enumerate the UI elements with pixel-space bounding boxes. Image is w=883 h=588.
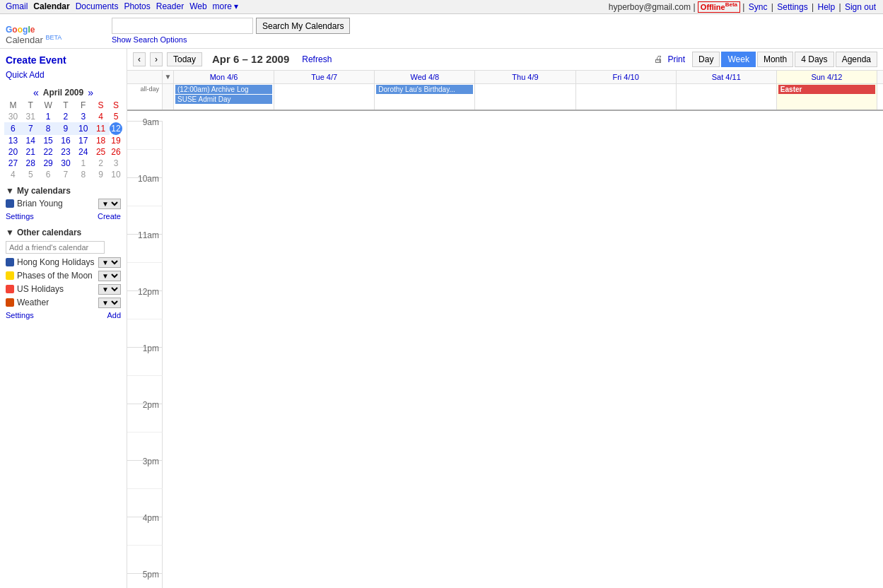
nav-reader[interactable]: Reader xyxy=(156,1,184,11)
mini-cal-day[interactable]: 10 xyxy=(74,122,92,135)
mini-cal-day[interactable]: 20 xyxy=(4,146,22,158)
mini-cal-day[interactable]: 9 xyxy=(57,122,74,135)
mini-cal-day[interactable]: 24 xyxy=(74,146,92,158)
print-label[interactable]: Print xyxy=(667,54,685,64)
view-agenda-button[interactable]: Agenda xyxy=(836,52,877,67)
day-header-sat[interactable]: Sat 4/11 xyxy=(677,71,777,83)
quick-add-button[interactable]: Quick Add xyxy=(0,69,127,81)
search-input[interactable] xyxy=(112,18,253,34)
day-header-thu[interactable]: Thu 4/9 xyxy=(475,71,575,83)
mini-cal-day[interactable]: 22 xyxy=(40,146,57,158)
mini-cal-day[interactable]: 6 xyxy=(40,169,57,180)
toggle-arrow[interactable]: ▼ xyxy=(165,73,172,81)
calendar-dropdown[interactable]: ▼ xyxy=(98,271,121,281)
mini-cal-day[interactable]: 1 xyxy=(40,111,57,122)
nav-calendar[interactable]: Calendar xyxy=(33,1,69,11)
allday-cell-sat[interactable] xyxy=(677,84,777,110)
mini-cal-day[interactable]: 5 xyxy=(22,169,40,180)
mini-cal-day[interactable]: 27 xyxy=(4,158,22,169)
mini-cal-day[interactable]: 21 xyxy=(22,146,40,158)
day-header-mon[interactable]: Mon 4/6 xyxy=(174,71,274,83)
settings-link-other-cal[interactable]: Settings xyxy=(6,311,34,319)
mini-cal-day[interactable]: 3 xyxy=(74,111,92,122)
allday-cell-sun[interactable]: Easter xyxy=(777,84,877,110)
print-icon[interactable]: 🖨 xyxy=(654,54,663,64)
mini-cal-day[interactable]: 18 xyxy=(92,135,110,146)
mini-cal-day[interactable]: 19 xyxy=(110,135,122,146)
mini-cal-day[interactable]: 8 xyxy=(74,169,92,180)
mini-cal-day[interactable]: 31 xyxy=(22,111,40,122)
offline-badge[interactable]: OfflineBeta xyxy=(698,1,740,13)
mini-cal-day[interactable]: 15 xyxy=(40,135,57,146)
mini-cal-day[interactable]: 10 xyxy=(110,169,122,180)
mini-cal-day[interactable]: 11 xyxy=(92,122,110,135)
mini-cal-next[interactable]: » xyxy=(88,87,93,98)
view-month-button[interactable]: Month xyxy=(757,52,793,67)
mini-cal-prev[interactable]: « xyxy=(33,87,39,98)
day-header-fri[interactable]: Fri 4/10 xyxy=(576,71,677,83)
today-button[interactable]: Today xyxy=(167,52,202,66)
mini-cal-day[interactable]: 30 xyxy=(4,111,22,122)
mini-cal-day[interactable]: 30 xyxy=(57,158,74,169)
mini-cal-day[interactable]: 12 xyxy=(110,122,122,135)
help-link[interactable]: Help xyxy=(817,2,835,12)
nav-prev-button[interactable]: ‹ xyxy=(133,52,146,66)
calendar-dropdown[interactable]: ▼ xyxy=(98,298,121,308)
mini-cal-day[interactable]: 4 xyxy=(92,111,110,122)
refresh-link[interactable]: Refresh xyxy=(302,54,332,64)
other-calendars-header[interactable]: ▼ Other calendars xyxy=(0,225,127,239)
mini-cal-day[interactable]: 5 xyxy=(110,111,122,122)
mini-cal-day[interactable]: 7 xyxy=(57,169,74,180)
mini-cal-day[interactable]: 8 xyxy=(40,122,57,135)
mini-cal-day[interactable]: 3 xyxy=(110,158,122,169)
allday-cell-mon[interactable]: (12:00am) Archive Log SUSE Admit Day xyxy=(174,84,274,110)
mini-cal-day[interactable]: 25 xyxy=(92,146,110,158)
search-button[interactable]: Search My Calendars xyxy=(256,18,350,34)
show-search-options[interactable]: Show Search Options xyxy=(112,35,187,44)
mini-cal-day[interactable]: 6 xyxy=(4,122,22,135)
mini-cal-day[interactable]: 13 xyxy=(4,135,22,146)
settings-link-my-cal[interactable]: Settings xyxy=(6,212,34,220)
mini-cal-day[interactable]: 2 xyxy=(92,158,110,169)
mini-cal-day[interactable]: 17 xyxy=(74,135,92,146)
calendar-dropdown[interactable]: ▼ xyxy=(98,257,121,268)
time-grid-scroll[interactable]: 9am 10am 11am 12pm 1pm 2pm 3pm xyxy=(127,111,883,588)
calendar-dropdown[interactable]: ▼ xyxy=(98,284,121,295)
view-week-button[interactable]: Week xyxy=(721,52,755,67)
allday-event[interactable]: (12:00am) Archive Log xyxy=(175,85,272,94)
allday-event[interactable]: Dorothy Lau's Birthday... xyxy=(376,85,473,94)
nav-photos[interactable]: Photos xyxy=(124,1,150,11)
mini-cal-day[interactable]: 23 xyxy=(57,146,74,158)
view-day-button[interactable]: Day xyxy=(692,52,720,67)
my-calendars-header[interactable]: ▼ My calendars xyxy=(0,183,127,197)
allday-event[interactable]: Easter xyxy=(778,85,875,94)
add-friend-calendar-input[interactable] xyxy=(6,241,105,254)
nav-gmail[interactable]: Gmail xyxy=(6,1,28,11)
add-other-calendar-link[interactable]: Add xyxy=(107,311,121,319)
mini-cal-day[interactable]: 16 xyxy=(57,135,74,146)
nav-web[interactable]: Web xyxy=(189,1,206,11)
settings-link[interactable]: Settings xyxy=(777,2,807,12)
allday-cell-fri[interactable] xyxy=(576,84,677,110)
signout-link[interactable]: Sign out xyxy=(845,2,876,12)
view-4days-button[interactable]: 4 Days xyxy=(795,52,834,67)
allday-event[interactable]: SUSE Admit Day xyxy=(175,95,272,104)
mini-cal-day[interactable]: 4 xyxy=(4,169,22,180)
mini-cal-day[interactable]: 7 xyxy=(22,122,40,135)
nav-more[interactable]: more ▾ xyxy=(213,1,239,11)
mini-cal-day[interactable]: 1 xyxy=(74,158,92,169)
mini-cal-day[interactable]: 14 xyxy=(22,135,40,146)
mini-cal-day[interactable]: 26 xyxy=(110,146,122,158)
mini-cal-day[interactable]: 28 xyxy=(22,158,40,169)
mini-cal-day[interactable]: 29 xyxy=(40,158,57,169)
create-event-button[interactable]: Create Event xyxy=(0,52,127,69)
allday-cell-tue[interactable] xyxy=(274,84,375,110)
sync-link[interactable]: Sync xyxy=(749,2,768,12)
allday-cell-wed[interactable]: Dorothy Lau's Birthday... xyxy=(375,84,475,110)
create-calendar-link[interactable]: Create xyxy=(98,212,121,220)
day-header-sun[interactable]: Sun 4/12 xyxy=(777,71,877,83)
allday-cell-thu[interactable] xyxy=(475,84,575,110)
mini-cal-day[interactable]: 9 xyxy=(92,169,110,180)
calendar-dropdown[interactable]: ▼ xyxy=(98,199,121,209)
mini-cal-day[interactable]: 2 xyxy=(57,111,74,122)
